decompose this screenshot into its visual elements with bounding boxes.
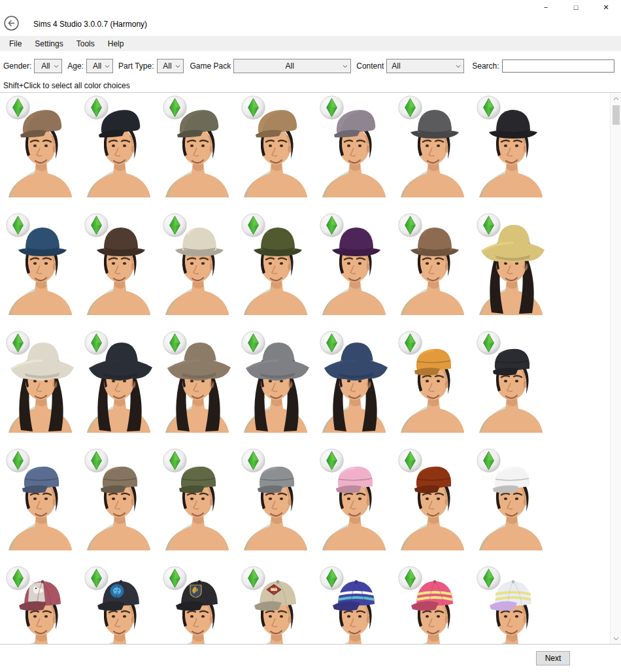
chevron-down-icon	[54, 65, 59, 68]
sim-hat-thumbnail	[162, 215, 232, 315]
hat-swatch-sun-hat-black[interactable]	[84, 333, 154, 433]
sim-hat-thumbnail	[162, 333, 232, 433]
hat-swatch-cadet-cap-taupe[interactable]	[84, 450, 154, 550]
hat-swatch-sun-hat-taupe-cream-band[interactable]	[162, 333, 232, 433]
menu-file[interactable]: File	[3, 36, 28, 51]
sim-hat-thumbnail	[84, 333, 154, 433]
sim-hat-thumbnail	[397, 97, 467, 197]
hat-swatch-bowler-grey[interactable]	[397, 97, 467, 197]
hat-swatch-baseball-cap-blue-stripes[interactable]	[319, 568, 389, 644]
hat-swatch-sun-hat-grey-purple-band[interactable]	[241, 333, 310, 433]
hat-swatch-bowler-dark-brown[interactable]	[84, 215, 154, 315]
sim-hat-thumbnail	[241, 450, 310, 550]
sim-hat-thumbnail	[476, 568, 546, 644]
app-title: Sims 4 Studio 3.0.0.7 (Harmony)	[33, 20, 147, 29]
back-button[interactable]	[3, 16, 19, 32]
hat-swatch-baseball-cap-khaki-red-badge[interactable]	[241, 568, 310, 644]
scrollbar-thumb[interactable]	[613, 105, 620, 125]
hat-swatch-baseball-cap-maroon-llama-logo[interactable]	[5, 568, 75, 644]
hat-swatch-baseball-cap-black-gold-crest[interactable]	[162, 568, 232, 644]
hat-swatch-sun-hat-navy-pink-band[interactable]	[319, 333, 389, 433]
sim-hat-thumbnail	[5, 333, 75, 433]
hat-swatch-cadet-cap-white[interactable]	[476, 450, 546, 550]
hint-text: Shift+Click to select all color choices	[3, 81, 130, 90]
sim-hat-thumbnail	[5, 450, 75, 550]
scroll-down-icon[interactable]	[611, 633, 621, 644]
sim-hat-thumbnail	[5, 215, 75, 315]
sim-hat-thumbnail	[476, 333, 546, 433]
sim-hat-thumbnail	[397, 333, 467, 433]
sim-hat-thumbnail	[162, 568, 232, 644]
sim-hat-thumbnail	[241, 568, 310, 644]
chevron-down-icon	[105, 65, 110, 68]
title-bar: Sims 4 Studio 3.0.0.7 (Harmony)	[0, 14, 621, 34]
hat-swatch-flat-cap-olive-grey[interactable]	[162, 97, 232, 197]
hat-swatch-cadet-cap-orange[interactable]	[397, 333, 467, 433]
hat-swatch-cadet-cap-pink[interactable]	[319, 450, 389, 550]
chevron-down-icon	[456, 65, 461, 68]
maximize-button[interactable]: □	[561, 0, 591, 14]
menu-settings[interactable]: Settings	[28, 36, 69, 51]
menu-help[interactable]: Help	[101, 36, 131, 51]
age-select[interactable]: All	[86, 59, 113, 73]
hat-swatch-bowler-black[interactable]	[476, 97, 546, 197]
hat-swatch-flat-cap-tan[interactable]	[241, 97, 310, 197]
sim-hat-thumbnail	[241, 333, 310, 433]
gender-label: Gender:	[3, 61, 31, 71]
sim-hat-thumbnail	[319, 568, 389, 644]
game-pack-select[interactable]: All	[233, 59, 351, 73]
sim-hat-thumbnail	[319, 97, 389, 197]
hat-swatch-bowler-navy[interactable]	[5, 215, 75, 315]
hat-swatch-sun-hat-cream[interactable]	[5, 333, 75, 433]
sim-hat-thumbnail	[84, 450, 154, 550]
sim-hat-thumbnail	[397, 568, 467, 644]
hat-swatch-flat-cap-black[interactable]	[84, 97, 154, 197]
hat-grid	[0, 93, 610, 644]
hat-swatch-bowler-cream[interactable]	[162, 215, 232, 315]
search-label: Search:	[472, 61, 499, 71]
hat-swatch-cadet-cap-black[interactable]	[476, 333, 546, 433]
footer-bar: Next	[0, 645, 621, 672]
sim-hat-thumbnail	[397, 215, 467, 315]
vertical-scrollbar[interactable]	[610, 93, 621, 644]
part-type-select[interactable]: All	[157, 59, 184, 73]
sim-hat-thumbnail	[5, 568, 75, 644]
catalog-viewport	[0, 93, 610, 644]
sim-hat-thumbnail	[5, 97, 75, 197]
catalog-panel	[0, 92, 621, 645]
game-pack-label: Game Pack	[190, 61, 231, 71]
content-select[interactable]: All	[386, 59, 464, 73]
hat-swatch-bowler-light-brown[interactable]	[397, 215, 467, 315]
close-button[interactable]: ✕	[591, 0, 621, 14]
sim-hat-thumbnail	[241, 97, 310, 197]
sim-hat-thumbnail	[84, 97, 154, 197]
hat-swatch-bowler-olive[interactable]	[241, 215, 310, 315]
age-label: Age:	[67, 61, 84, 71]
sim-hat-thumbnail	[319, 215, 389, 315]
hat-swatch-baseball-cap-white-lavender-stripes[interactable]	[476, 568, 546, 644]
hat-swatch-flat-cap-grey[interactable]	[319, 97, 389, 197]
hat-swatch-cadet-cap-olive[interactable]	[162, 450, 232, 550]
minimize-button[interactable]: −	[531, 0, 561, 14]
hat-swatch-flat-cap-brown[interactable]	[5, 97, 75, 197]
sim-hat-thumbnail	[476, 450, 546, 550]
sim-hat-thumbnail	[241, 215, 310, 315]
hat-swatch-baseball-cap-pink-yellow-stripes[interactable]	[397, 568, 467, 644]
sim-hat-thumbnail	[319, 450, 389, 550]
menu-tools[interactable]: Tools	[70, 36, 101, 51]
scroll-up-icon[interactable]	[611, 93, 621, 104]
hat-swatch-bowler-purple[interactable]	[319, 215, 389, 315]
search-input[interactable]	[502, 59, 614, 73]
chevron-down-icon	[343, 65, 348, 68]
gender-select[interactable]: All	[34, 59, 62, 73]
menu-bar: File Settings Tools Help	[0, 36, 621, 51]
hat-swatch-sun-hat-straw[interactable]	[476, 215, 546, 315]
hat-swatch-baseball-cap-navy-lion-badge[interactable]	[84, 568, 154, 644]
next-button[interactable]: Next	[536, 651, 570, 665]
hat-swatch-cadet-cap-grey[interactable]	[241, 450, 310, 550]
sim-hat-thumbnail	[476, 97, 546, 197]
hat-swatch-cadet-cap-blue[interactable]	[5, 450, 75, 550]
content-label: Content	[356, 61, 384, 71]
hat-swatch-cadet-cap-rust[interactable]	[397, 450, 467, 550]
sim-hat-thumbnail	[84, 568, 154, 644]
